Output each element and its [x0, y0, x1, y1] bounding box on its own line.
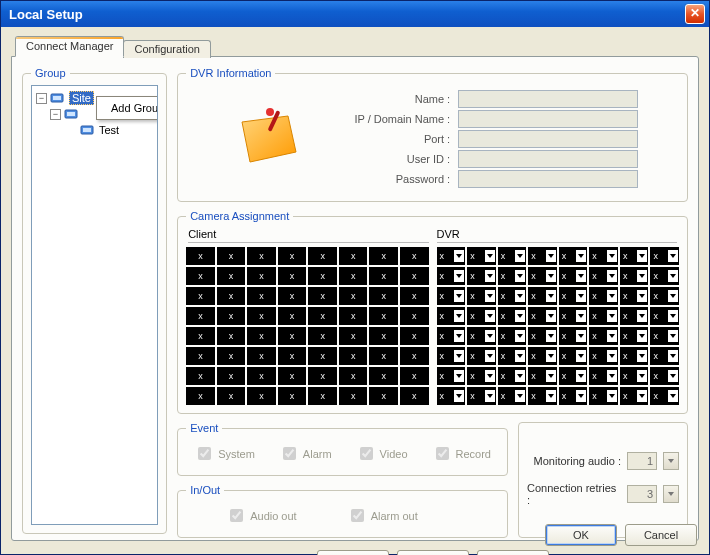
dvr-cell[interactable]: x [437, 307, 466, 325]
client-cell[interactable]: x [339, 387, 368, 405]
dvr-cell[interactable]: x [620, 367, 649, 385]
chevron-down-icon[interactable] [515, 370, 525, 382]
client-cell[interactable]: x [278, 307, 307, 325]
dvr-cell[interactable]: x [437, 327, 466, 345]
chevron-down-icon[interactable] [668, 290, 678, 302]
client-cell[interactable]: x [308, 267, 337, 285]
chevron-down-icon[interactable] [668, 390, 678, 402]
chevron-down-icon[interactable] [637, 390, 647, 402]
client-cell[interactable]: x [400, 247, 429, 265]
dvr-cell[interactable]: x [467, 247, 496, 265]
client-cell[interactable]: x [308, 387, 337, 405]
chevron-down-icon[interactable] [576, 370, 586, 382]
client-cell[interactable]: x [247, 287, 276, 305]
check-system[interactable]: System [194, 444, 255, 463]
chevron-down-icon[interactable] [485, 290, 495, 302]
client-cell[interactable]: x [186, 247, 215, 265]
chevron-down-icon[interactable] [576, 390, 586, 402]
tree-expander[interactable]: − [50, 109, 61, 120]
ip-field[interactable] [458, 110, 638, 128]
delete-button[interactable]: DELETE [477, 550, 549, 555]
dvr-cell[interactable]: x [528, 247, 557, 265]
chevron-down-icon[interactable] [454, 370, 464, 382]
chevron-down-icon[interactable] [515, 290, 525, 302]
dvr-cell[interactable]: x [559, 247, 588, 265]
chevron-down-icon[interactable] [607, 270, 617, 282]
client-cell[interactable]: x [369, 347, 398, 365]
name-field[interactable] [458, 90, 638, 108]
check-record[interactable]: Record [432, 444, 491, 463]
chevron-down-icon[interactable] [607, 290, 617, 302]
dvr-cell[interactable]: x [437, 347, 466, 365]
client-cell[interactable]: x [278, 287, 307, 305]
dvr-cell[interactable]: x [528, 347, 557, 365]
chevron-down-icon[interactable] [546, 370, 556, 382]
check-alarm[interactable]: Alarm [279, 444, 332, 463]
chevron-down-icon[interactable] [454, 250, 464, 262]
dvr-cell[interactable]: x [498, 287, 527, 305]
client-cell[interactable]: x [186, 367, 215, 385]
chevron-down-icon[interactable] [637, 310, 647, 322]
cancel-button[interactable]: Cancel [625, 524, 697, 546]
chevron-down-icon[interactable] [485, 370, 495, 382]
client-cell[interactable]: x [400, 307, 429, 325]
chevron-down-icon[interactable] [607, 310, 617, 322]
dvr-cell[interactable]: x [528, 287, 557, 305]
client-cell[interactable]: x [278, 247, 307, 265]
client-cell[interactable]: x [217, 347, 246, 365]
dvr-cell[interactable]: x [559, 347, 588, 365]
chevron-down-icon[interactable] [485, 350, 495, 362]
chevron-down-icon[interactable] [668, 310, 678, 322]
client-cell[interactable]: x [400, 267, 429, 285]
dvr-cell[interactable]: x [467, 327, 496, 345]
chevron-down-icon[interactable] [515, 250, 525, 262]
client-cell[interactable]: x [369, 367, 398, 385]
client-cell[interactable]: x [217, 387, 246, 405]
client-cell[interactable]: x [186, 327, 215, 345]
chevron-down-icon[interactable] [607, 390, 617, 402]
chevron-down-icon[interactable] [546, 350, 556, 362]
client-cell[interactable]: x [369, 247, 398, 265]
chevron-down-icon[interactable] [607, 350, 617, 362]
dvr-cell[interactable]: x [559, 267, 588, 285]
dvr-cell[interactable]: x [650, 247, 679, 265]
chevron-down-icon[interactable] [576, 330, 586, 342]
chevron-down-icon[interactable] [454, 390, 464, 402]
tab-configuration[interactable]: Configuration [123, 40, 210, 58]
chevron-down-icon[interactable] [576, 310, 586, 322]
client-cell[interactable]: x [278, 367, 307, 385]
chevron-down-icon[interactable] [637, 370, 647, 382]
chevron-down-icon[interactable] [454, 310, 464, 322]
client-cell[interactable]: x [339, 287, 368, 305]
dvr-cell[interactable]: x [437, 387, 466, 405]
client-cell[interactable]: x [247, 307, 276, 325]
client-cell[interactable]: x [369, 287, 398, 305]
dvr-cell[interactable]: x [620, 387, 649, 405]
dvr-cell[interactable]: x [559, 387, 588, 405]
dvr-cell[interactable]: x [620, 247, 649, 265]
client-cell[interactable]: x [278, 327, 307, 345]
client-cell[interactable]: x [186, 307, 215, 325]
client-cell[interactable]: x [308, 307, 337, 325]
chevron-down-icon[interactable] [546, 390, 556, 402]
client-cell[interactable]: x [369, 387, 398, 405]
dvr-cell[interactable]: x [559, 327, 588, 345]
chevron-down-icon[interactable] [637, 270, 647, 282]
chevron-down-icon[interactable] [607, 370, 617, 382]
dvr-cell[interactable]: x [650, 307, 679, 325]
client-cell[interactable]: x [339, 367, 368, 385]
dvr-cell[interactable]: x [650, 347, 679, 365]
client-cell[interactable]: x [400, 387, 429, 405]
chevron-down-icon[interactable] [607, 330, 617, 342]
tree-leaf-label[interactable]: Test [99, 124, 119, 136]
client-cell[interactable]: x [247, 267, 276, 285]
dvr-cell[interactable]: x [620, 347, 649, 365]
client-cell[interactable]: x [217, 367, 246, 385]
chevron-down-icon[interactable] [454, 270, 464, 282]
dvr-cell[interactable]: x [650, 367, 679, 385]
client-cell[interactable]: x [400, 347, 429, 365]
dvr-cell[interactable]: x [559, 367, 588, 385]
add-button[interactable]: ADD [317, 550, 389, 555]
dvr-cell[interactable]: x [650, 327, 679, 345]
chevron-down-icon[interactable] [668, 270, 678, 282]
